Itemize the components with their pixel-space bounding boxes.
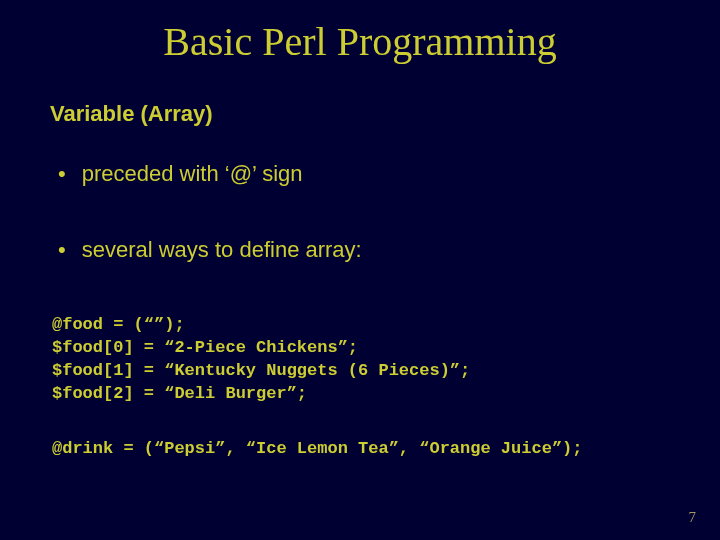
slide-title: Basic Perl Programming	[50, 18, 670, 65]
bullet-item: • several ways to define array:	[58, 237, 670, 263]
bullet-text: several ways to define array:	[82, 237, 362, 263]
bullet-dot-icon: •	[58, 237, 66, 263]
bullet-dot-icon: •	[58, 161, 66, 187]
code-block-food: @food = (“”); $food[0] = “2-Piece Chicke…	[52, 314, 670, 406]
bullet-text: preceded with ‘@’ sign	[82, 161, 303, 187]
page-number: 7	[689, 509, 697, 526]
slide: Basic Perl Programming Variable (Array) …	[0, 0, 720, 540]
slide-subtitle: Variable (Array)	[50, 101, 670, 127]
bullet-item: • preceded with ‘@’ sign	[58, 161, 670, 187]
code-block-drink: @drink = (“Pepsi”, “Ice Lemon Tea”, “Ora…	[52, 438, 670, 461]
